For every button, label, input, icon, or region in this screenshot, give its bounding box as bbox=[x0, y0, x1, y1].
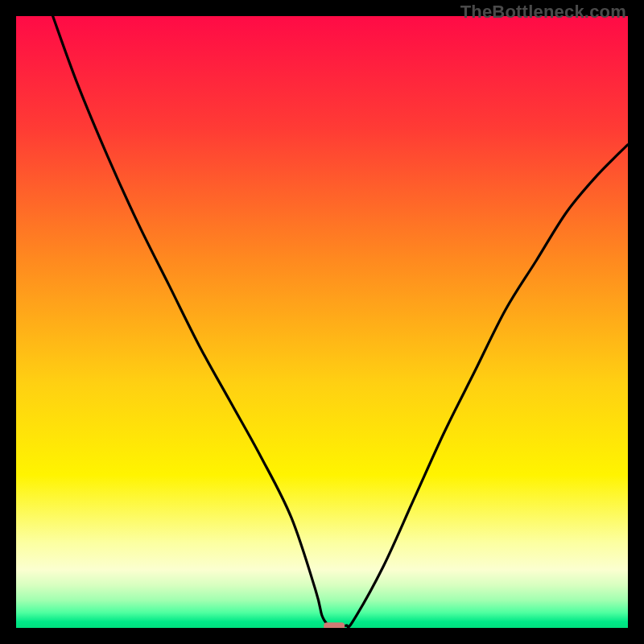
minimum-marker bbox=[324, 622, 345, 628]
gradient-background bbox=[16, 16, 628, 628]
chart-frame bbox=[16, 16, 628, 628]
chart-svg bbox=[16, 16, 628, 628]
watermark-text: TheBottleneck.com bbox=[460, 2, 626, 23]
